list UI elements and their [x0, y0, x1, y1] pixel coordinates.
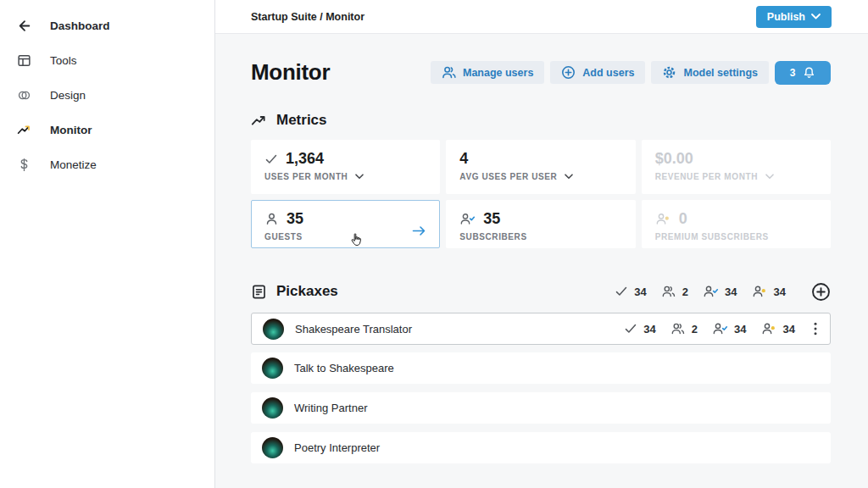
- sidebar-item-dashboard[interactable]: Dashboard: [0, 8, 214, 43]
- metric-value: 1,364: [286, 150, 324, 168]
- pickaxe-row[interactable]: Shakespeare Translator 34 2 34: [251, 313, 831, 345]
- row-uses: 34: [624, 322, 655, 336]
- pickaxes-summary-stats: 34 2 34 34: [615, 281, 831, 302]
- sidebar-item-tools[interactable]: Tools: [0, 43, 214, 78]
- main-column: Startup Suite / Monitor Publish Monitor …: [215, 0, 868, 488]
- person-check-icon: [712, 322, 728, 336]
- add-users-label: Add users: [582, 67, 634, 79]
- manage-users-label: Manage users: [463, 67, 533, 79]
- topbar: Startup Suite / Monitor Publish: [215, 0, 868, 34]
- trend-up-icon: [16, 123, 31, 138]
- metric-value: 35: [483, 210, 500, 228]
- users-icon: [661, 285, 676, 298]
- person-check-icon: [703, 285, 719, 298]
- bell-icon: [803, 66, 815, 80]
- sidebar: Dashboard Tools Design Monitor Monetize: [0, 0, 215, 488]
- notifications-button[interactable]: 3: [775, 61, 831, 85]
- arrow-right-icon: [412, 225, 426, 236]
- person-badge-icon: [761, 322, 777, 336]
- plus-circle-icon: [811, 282, 831, 302]
- sidebar-item-label: Monitor: [50, 124, 92, 136]
- pickaxe-name: Shakespeare Translator: [295, 323, 412, 336]
- chevron-down-icon: [811, 14, 821, 19]
- metric-label: PREMIUM SUBSCRIBERS: [655, 232, 769, 241]
- pickaxe-avatar: [262, 358, 283, 379]
- add-users-button[interactable]: Add users: [550, 61, 645, 84]
- metric-value: 0: [679, 210, 687, 228]
- pickaxe-row[interactable]: Writing Partner: [251, 392, 831, 424]
- action-bar: Manage users Add users Model settings 3: [431, 61, 831, 85]
- summary-subscribers: 34: [703, 285, 737, 298]
- check-icon: [264, 152, 278, 166]
- row-subscribers-value: 34: [734, 323, 746, 336]
- users-icon: [442, 65, 456, 80]
- chevron-down-icon[interactable]: [565, 174, 573, 180]
- sidebar-item-label: Dashboard: [50, 19, 110, 32]
- plus-circle-icon: [561, 65, 576, 80]
- metric-label: SUBSCRIBERS: [459, 232, 526, 241]
- model-settings-button[interactable]: Model settings: [651, 61, 769, 84]
- model-settings-label: Model settings: [683, 67, 758, 79]
- summary-active-users: 2: [661, 285, 688, 298]
- dollar-icon: [16, 158, 31, 173]
- page-title: Monitor: [251, 59, 330, 86]
- summary-premium-value: 34: [774, 286, 786, 298]
- person-badge-icon: [655, 212, 671, 226]
- metric-card-guests[interactable]: 35 GUESTS: [251, 200, 440, 248]
- metrics-trend-icon: [251, 113, 267, 129]
- summary-uses-value: 34: [634, 286, 646, 298]
- row-active-users-value: 2: [692, 323, 698, 336]
- row-premium: 34: [761, 322, 795, 336]
- sidebar-item-monetize[interactable]: Monetize: [0, 147, 214, 182]
- metric-label: GUESTS: [264, 232, 303, 241]
- person-badge-icon: [752, 285, 768, 298]
- summary-active-users-value: 2: [682, 286, 688, 298]
- metric-label: USES PER MONTH: [264, 172, 348, 181]
- publish-button[interactable]: Publish: [756, 6, 832, 28]
- pickaxes-section-title: Pickaxes: [276, 283, 338, 300]
- summary-premium: 34: [752, 285, 786, 298]
- pickaxe-avatar: [262, 397, 283, 419]
- sidebar-item-monitor[interactable]: Monitor: [0, 113, 214, 147]
- pickaxe-name: Poetry Interpreter: [294, 441, 380, 454]
- breadcrumb: Startup Suite / Monitor: [251, 11, 364, 23]
- sidebar-item-design[interactable]: Design: [0, 78, 214, 113]
- metric-label: AVG USES PER USER: [459, 172, 557, 181]
- row-active-users: 2: [670, 322, 698, 336]
- pickaxe-list: Shakespeare Translator 34 2 34: [251, 313, 831, 463]
- chevron-down-icon[interactable]: [765, 174, 774, 180]
- pickaxe-name: Writing Partner: [294, 402, 367, 414]
- back-arrow-icon: [16, 19, 31, 34]
- pickaxe-row[interactable]: Poetry Interpreter: [251, 432, 831, 463]
- notification-count: 3: [790, 67, 796, 79]
- design-rings-icon: [16, 88, 31, 103]
- metric-card-avg-uses: 4 AVG USES PER USER: [446, 140, 635, 194]
- sidebar-item-label: Tools: [50, 54, 77, 67]
- person-check-icon: [459, 212, 476, 226]
- metric-card-uses-per-month: 1,364 USES PER MONTH: [251, 140, 440, 194]
- chevron-down-icon[interactable]: [355, 174, 364, 180]
- metric-card-premium-subscribers: 0 PREMIUM SUBSCRIBERS: [642, 200, 831, 248]
- metrics-cards: 1,364 USES PER MONTH 4 AVG USES PER USER: [251, 140, 831, 248]
- row-premium-value: 34: [783, 323, 795, 336]
- users-icon: [670, 322, 686, 336]
- publish-label: Publish: [767, 11, 805, 23]
- metric-label: REVENUE PER MONTH: [655, 172, 758, 181]
- metrics-section-title: Metrics: [276, 112, 327, 129]
- sidebar-item-label: Design: [50, 89, 86, 102]
- summary-subscribers-value: 34: [725, 286, 737, 298]
- check-icon: [615, 285, 628, 298]
- metric-value: 4: [459, 150, 468, 168]
- row-uses-value: 34: [643, 323, 655, 336]
- row-menu-button[interactable]: [812, 320, 819, 337]
- sidebar-item-label: Monetize: [50, 158, 97, 171]
- check-icon: [624, 322, 637, 336]
- metric-card-subscribers: 35 SUBSCRIBERS: [446, 200, 635, 248]
- pickaxe-avatar: [263, 319, 284, 340]
- manage-users-button[interactable]: Manage users: [431, 61, 544, 84]
- person-icon: [264, 212, 279, 226]
- pickaxe-row[interactable]: Talk to Shakespeare: [251, 352, 831, 384]
- add-pickaxe-button[interactable]: [810, 281, 831, 302]
- row-subscribers: 34: [712, 322, 746, 336]
- metric-value: $0.00: [655, 150, 693, 168]
